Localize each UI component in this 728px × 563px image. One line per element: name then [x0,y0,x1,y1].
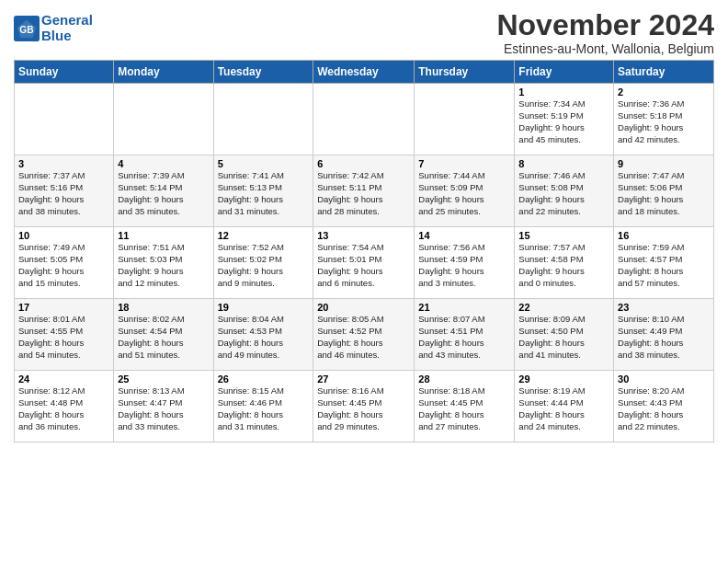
calendar-week-5: 24Sunrise: 8:12 AM Sunset: 4:48 PM Dayli… [15,371,714,442]
svg-text:GB: GB [19,24,33,34]
day-info: Sunrise: 8:15 AM Sunset: 4:46 PM Dayligh… [218,385,310,432]
day-info: Sunrise: 8:02 AM Sunset: 4:54 PM Dayligh… [118,314,209,361]
day-info: Sunrise: 7:54 AM Sunset: 5:01 PM Dayligh… [317,242,410,289]
calendar-cell-w2-d5: 7Sunrise: 7:44 AM Sunset: 5:09 PM Daylig… [415,155,515,227]
calendar-cell-w3-d2: 11Sunrise: 7:51 AM Sunset: 5:03 PM Dayli… [114,227,213,299]
calendar-cell-w5-d3: 26Sunrise: 8:15 AM Sunset: 4:46 PM Dayli… [213,371,313,442]
day-info: Sunrise: 7:41 AM Sunset: 5:13 PM Dayligh… [218,170,310,217]
day-info: Sunrise: 7:51 AM Sunset: 5:03 PM Dayligh… [118,242,209,289]
day-number: 20 [317,302,410,313]
day-number: 16 [618,230,710,241]
calendar-week-3: 10Sunrise: 7:49 AM Sunset: 5:05 PM Dayli… [15,227,714,299]
day-info: Sunrise: 7:49 AM Sunset: 5:05 PM Dayligh… [18,242,109,289]
day-number: 5 [218,158,310,169]
calendar-cell-w3-d6: 15Sunrise: 7:57 AM Sunset: 4:58 PM Dayli… [515,227,614,299]
day-number: 23 [618,302,710,313]
day-number: 18 [118,302,209,313]
header-saturday: Saturday [614,61,714,84]
day-info: Sunrise: 7:36 AM Sunset: 5:18 PM Dayligh… [618,98,710,145]
page-container: GB General Blue November 2024 Estinnes-a… [0,0,728,447]
day-number: 13 [317,230,410,241]
calendar-cell-w5-d5: 28Sunrise: 8:18 AM Sunset: 4:45 PM Dayli… [415,371,515,442]
header-friday: Friday [515,61,614,84]
day-number: 29 [518,373,609,385]
calendar-cell-w2-d7: 9Sunrise: 7:47 AM Sunset: 5:06 PM Daylig… [614,155,714,227]
day-info: Sunrise: 7:57 AM Sunset: 4:58 PM Dayligh… [518,242,609,289]
day-number: 4 [118,158,209,169]
day-number: 3 [18,158,109,169]
day-number: 30 [618,373,710,385]
calendar-cell-w3-d5: 14Sunrise: 7:56 AM Sunset: 4:59 PM Dayli… [415,227,515,299]
day-number: 1 [518,86,609,98]
day-number: 10 [18,230,109,241]
calendar-cell-w4-d4: 20Sunrise: 8:05 AM Sunset: 4:52 PM Dayli… [313,299,415,371]
day-number: 27 [317,373,410,385]
location: Estinnes-au-Mont, Wallonia, Belgium [496,41,714,56]
calendar-cell-w2-d1: 3Sunrise: 7:37 AM Sunset: 5:16 PM Daylig… [15,155,114,227]
day-number: 8 [518,158,609,169]
header-tuesday: Tuesday [213,61,313,84]
day-info: Sunrise: 7:52 AM Sunset: 5:02 PM Dayligh… [218,242,310,289]
day-info: Sunrise: 7:44 AM Sunset: 5:09 PM Dayligh… [418,170,510,217]
day-number: 6 [317,158,410,169]
day-number: 11 [118,230,209,241]
day-number: 19 [218,302,310,313]
calendar-cell-w4-d5: 21Sunrise: 8:07 AM Sunset: 4:51 PM Dayli… [415,299,515,371]
calendar-table: Sunday Monday Tuesday Wednesday Thursday… [14,60,714,442]
day-number: 28 [418,373,510,385]
logo: GB General Blue [14,13,93,43]
calendar-cell-w3-d7: 16Sunrise: 7:59 AM Sunset: 4:57 PM Dayli… [614,227,714,299]
calendar-cell-w5-d4: 27Sunrise: 8:16 AM Sunset: 4:45 PM Dayli… [313,371,415,442]
title-area: November 2024 Estinnes-au-Mont, Wallonia… [496,9,714,56]
day-info: Sunrise: 8:20 AM Sunset: 4:43 PM Dayligh… [618,385,710,432]
calendar-cell-w2-d4: 6Sunrise: 7:42 AM Sunset: 5:11 PM Daylig… [313,155,415,227]
logo-text: General [41,13,93,29]
calendar-cell-w3-d1: 10Sunrise: 7:49 AM Sunset: 5:05 PM Dayli… [15,227,114,299]
calendar-cell-w1-d2 [114,84,213,155]
calendar-week-2: 3Sunrise: 7:37 AM Sunset: 5:16 PM Daylig… [15,155,714,227]
month-title: November 2024 [496,9,714,41]
calendar-cell-w2-d2: 4Sunrise: 7:39 AM Sunset: 5:14 PM Daylig… [114,155,213,227]
header-thursday: Thursday [415,61,515,84]
day-number: 25 [118,373,209,385]
logo-general: General [41,12,93,28]
day-number: 14 [418,230,510,241]
day-number: 26 [218,373,310,385]
calendar-cell-w1-d3 [213,84,313,155]
day-info: Sunrise: 8:01 AM Sunset: 4:55 PM Dayligh… [18,314,109,361]
day-info: Sunrise: 8:16 AM Sunset: 4:45 PM Dayligh… [317,385,410,432]
day-info: Sunrise: 7:47 AM Sunset: 5:06 PM Dayligh… [618,170,710,217]
day-info: Sunrise: 8:13 AM Sunset: 4:47 PM Dayligh… [118,385,209,432]
calendar-header-row: Sunday Monday Tuesday Wednesday Thursday… [15,61,714,84]
calendar-cell-w4-d3: 19Sunrise: 8:04 AM Sunset: 4:53 PM Dayli… [213,299,313,371]
calendar-cell-w5-d7: 30Sunrise: 8:20 AM Sunset: 4:43 PM Dayli… [614,371,714,442]
day-number: 17 [18,302,109,313]
day-info: Sunrise: 8:05 AM Sunset: 4:52 PM Dayligh… [317,314,410,361]
header-sunday: Sunday [15,61,114,84]
day-number: 12 [218,230,310,241]
header-wednesday: Wednesday [313,61,415,84]
day-info: Sunrise: 8:18 AM Sunset: 4:45 PM Dayligh… [418,385,510,432]
calendar-cell-w2-d6: 8Sunrise: 7:46 AM Sunset: 5:08 PM Daylig… [515,155,614,227]
calendar-cell-w5-d6: 29Sunrise: 8:19 AM Sunset: 4:44 PM Dayli… [515,371,614,442]
day-info: Sunrise: 8:07 AM Sunset: 4:51 PM Dayligh… [418,314,510,361]
calendar-cell-w1-d6: 1Sunrise: 7:34 AM Sunset: 5:19 PM Daylig… [515,84,614,155]
calendar-cell-w4-d2: 18Sunrise: 8:02 AM Sunset: 4:54 PM Dayli… [114,299,213,371]
day-info: Sunrise: 8:19 AM Sunset: 4:44 PM Dayligh… [518,385,609,432]
day-info: Sunrise: 8:12 AM Sunset: 4:48 PM Dayligh… [18,385,109,432]
day-number: 21 [418,302,510,313]
day-info: Sunrise: 7:34 AM Sunset: 5:19 PM Dayligh… [518,98,609,145]
day-number: 15 [518,230,609,241]
calendar-cell-w1-d4 [313,84,415,155]
day-number: 7 [418,158,510,169]
day-info: Sunrise: 8:09 AM Sunset: 4:50 PM Dayligh… [518,314,609,361]
day-number: 9 [618,158,710,169]
calendar-week-1: 1Sunrise: 7:34 AM Sunset: 5:19 PM Daylig… [15,84,714,155]
calendar-cell-w1-d5 [415,84,515,155]
calendar-week-4: 17Sunrise: 8:01 AM Sunset: 4:55 PM Dayli… [15,299,714,371]
day-info: Sunrise: 8:04 AM Sunset: 4:53 PM Dayligh… [218,314,310,361]
logo-icon: GB [14,16,40,41]
header-monday: Monday [114,61,213,84]
calendar-cell-w3-d3: 12Sunrise: 7:52 AM Sunset: 5:02 PM Dayli… [213,227,313,299]
calendar-cell-w1-d1 [15,84,114,155]
